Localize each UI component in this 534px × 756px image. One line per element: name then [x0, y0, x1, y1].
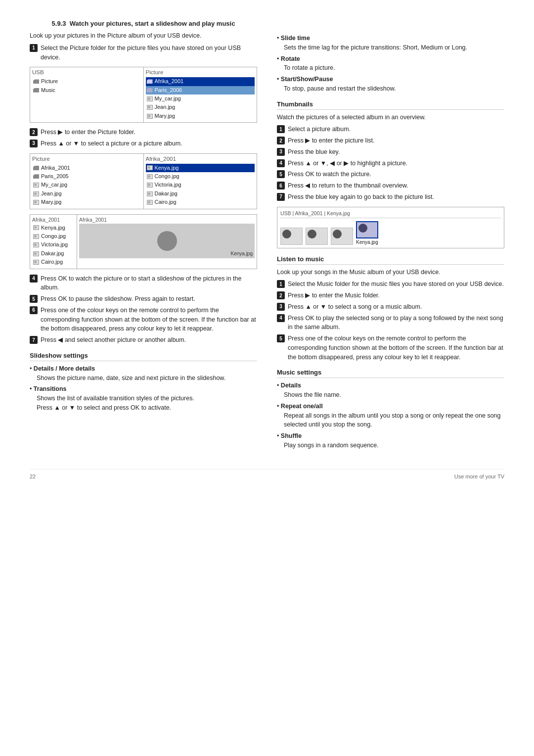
step-3: 3 Press ▲ or ▼ to select a picture or a …	[30, 139, 257, 148]
listen-step-3: 3 Press ▲ or ▼ to select a song or a mus…	[277, 302, 504, 312]
img-icon	[147, 200, 153, 205]
fb1-mycar[interactable]: My_car.jpg	[146, 94, 255, 103]
img-icon	[147, 183, 153, 188]
thumb-step-7: 7 Press the blue key again to go back to…	[277, 192, 504, 202]
listen-step-num-4: 4	[277, 314, 285, 322]
fb3-cairo[interactable]: Cairo.jpg	[32, 258, 75, 266]
thumb-1[interactable]	[280, 228, 303, 245]
thumb-3[interactable]	[331, 228, 353, 245]
fb3-congo[interactable]: Congo.jpg	[32, 232, 75, 240]
fb2-jean[interactable]: Jean.jpg	[32, 189, 141, 198]
listen-step-num-2: 2	[277, 291, 285, 299]
folder-icon	[33, 88, 39, 93]
folder-icon	[33, 79, 39, 84]
main-content: 5.9.3 Watch your pictures, start a slide…	[30, 20, 504, 454]
thumb-step-num-1: 1	[277, 125, 285, 133]
preview-breadcrumb: USB | Afrika_2001 | Kenya.jpg	[280, 210, 501, 218]
fb2-mycar[interactable]: My_car.jpg	[32, 181, 141, 189]
steps-list-left: 1 Select the Picture folder for the pict…	[30, 44, 257, 62]
thumbs-row: Kenya.jpg	[280, 221, 501, 245]
listen-step-2: 2 Press ▶ to enter the Music folder.	[277, 291, 504, 300]
music-settings-title: Music settings	[277, 369, 504, 378]
thumb-circle-icon	[308, 230, 316, 238]
fb2-left: Picture Afrika_2001 Paris_2005 My_car.jp…	[30, 154, 143, 209]
img-icon	[33, 234, 39, 239]
thumb-circle-icon	[282, 230, 291, 238]
thumbnails-intro: Watch the pictures of a selected album i…	[277, 113, 504, 122]
thumb-step-num-6: 6	[277, 182, 285, 189]
img-icon	[33, 225, 39, 230]
fb2-left-header: Picture	[32, 156, 141, 163]
img-icon	[147, 174, 153, 179]
file-browser-1: USB Picture Music Picture Afrika_2001	[30, 67, 257, 123]
music-bullet-shuffle: Shuffle Play songs in a random sequence.	[277, 431, 504, 450]
thumb-2[interactable]	[306, 228, 328, 245]
fb1-mary[interactable]: Mary.jpg	[146, 112, 255, 120]
listen-step-5: 5 Press one of the colour keys on the re…	[277, 334, 504, 362]
fb2-afrika2001[interactable]: Afrika_2001	[32, 164, 141, 172]
img-icon	[147, 191, 153, 196]
listen-steps: 1 Select the Music folder for the music …	[277, 280, 504, 362]
fb1-picture-folder[interactable]: Picture	[32, 77, 141, 86]
fb1-left-header: USB	[32, 69, 141, 76]
thumb-circle-icon	[358, 224, 367, 233]
fb3-right-preview: Afrika_2001 Kenya.jpg	[77, 215, 257, 269]
fb1-left: USB Picture Music	[30, 67, 143, 122]
fb2-paris2005[interactable]: Paris_2005	[32, 172, 141, 181]
preview-circle	[157, 231, 177, 251]
step-num-7: 7	[30, 336, 38, 344]
bullet-rotate: Rotate To rotate a picture.	[277, 54, 504, 73]
fb3-victoria[interactable]: Victoria.jpg	[32, 240, 75, 249]
fb2-congo[interactable]: Congo.jpg	[146, 172, 255, 181]
page-number: 22	[30, 473, 36, 479]
listen-music-title: Listen to music	[277, 255, 504, 265]
fb3-right-header: Afrika_2001	[79, 217, 255, 223]
listen-intro: Look up your songs in the Music album of…	[277, 268, 504, 277]
folder-icon	[147, 79, 153, 84]
img-icon	[147, 96, 153, 101]
step-1: 1 Select the Picture folder for the pict…	[30, 44, 257, 62]
fb2-right: Afrika_2001 Kenya.jpg Congo.jpg Victoria…	[143, 154, 257, 209]
step-5: 5 Press OK to pause the slideshow. Press…	[30, 294, 257, 304]
thumbnails-steps: 1 Select a picture album. 2 Press ▶ to e…	[277, 125, 504, 201]
folder-icon	[33, 166, 39, 170]
fb1-right-header: Picture	[146, 69, 255, 76]
preview-filename: Kenya.jpg	[231, 251, 253, 256]
file-browser-3: Afrika_2001 Kenya.jpg Congo.jpg Victoria…	[30, 214, 257, 269]
thumb-step-5: 5 Press OK to watch the picture.	[277, 170, 504, 179]
step-num-3: 3	[30, 140, 38, 147]
thumb-label-kenya: Kenya.jpg	[356, 239, 378, 245]
thumb-4-selected[interactable]: Kenya.jpg	[356, 221, 378, 245]
thumb-step-3: 3 Press the blue key.	[277, 147, 504, 157]
bullet-details: Details / More details Shows the picture…	[30, 364, 257, 383]
img-icon	[147, 165, 153, 170]
fb1-jean[interactable]: Jean.jpg	[146, 103, 255, 111]
step-6: 6 Press one of the colour keys on the re…	[30, 306, 257, 333]
listen-step-4: 4 Press OK to play the selected song or …	[277, 314, 504, 332]
thumb-step-2: 2 Press ▶ to enter the picture list.	[277, 136, 504, 145]
thumb-step-num-3: 3	[277, 148, 285, 156]
intro-text: Look up your pictures in the Picture alb…	[30, 31, 257, 41]
file-browser-2: Picture Afrika_2001 Paris_2005 My_car.jp…	[30, 153, 257, 209]
thumbnails-title: Thumbnails	[277, 100, 504, 110]
slideshow-bullets: Details / More details Shows the picture…	[30, 364, 257, 413]
thumb-step-1: 1 Select a picture album.	[277, 125, 504, 134]
fb2-dakar[interactable]: Dakar.jpg	[146, 189, 255, 198]
img-icon	[33, 251, 39, 256]
fb2-mary[interactable]: Mary.jpg	[32, 198, 141, 206]
fb1-afrika2001[interactable]: Afrika_2001	[146, 77, 255, 86]
fb2-cairo[interactable]: Cairo.jpg	[146, 198, 255, 206]
music-bullet-details: Details Shows the file name.	[277, 381, 504, 400]
more-slideshow-bullets: Slide time Sets the time lag for the pic…	[277, 34, 504, 94]
step-num-4: 4	[30, 275, 38, 283]
fb1-music-folder[interactable]: Music	[32, 86, 141, 94]
steps-2-3: 2 Press ▶ to enter the Picture folder. 3…	[30, 128, 257, 148]
img-icon	[147, 114, 153, 119]
steps-4-7: 4 Press OK to watch the picture or to st…	[30, 274, 257, 345]
img-icon	[33, 183, 39, 188]
fb1-paris2006[interactable]: Paris_2006	[146, 86, 255, 94]
fb2-kenya[interactable]: Kenya.jpg	[146, 164, 255, 172]
fb3-kenya[interactable]: Kenya.jpg	[32, 224, 75, 232]
fb2-victoria[interactable]: Victoria.jpg	[146, 181, 255, 189]
fb3-dakar[interactable]: Dakar.jpg	[32, 249, 75, 258]
